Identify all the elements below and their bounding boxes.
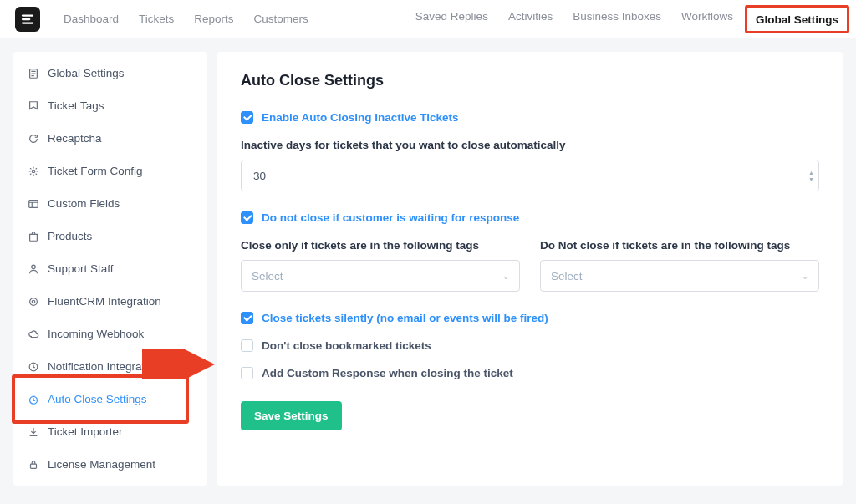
settings-doc-icon bbox=[27, 67, 39, 79]
highlight-nav: Global Settings bbox=[745, 5, 849, 33]
inactive-days-label: Inactive days for tickets that you want … bbox=[241, 139, 819, 151]
nav-dashboard[interactable]: Dashboard bbox=[64, 13, 119, 25]
sidebar-item-label: License Management bbox=[48, 458, 155, 471]
svg-point-4 bbox=[29, 298, 37, 305]
chevron-up-icon: ▲ bbox=[808, 170, 814, 176]
close-only-tags-select[interactable]: Select ⌄ bbox=[241, 260, 520, 292]
sidebar-item-label: Auto Close Settings bbox=[48, 393, 147, 405]
bag-icon bbox=[27, 230, 39, 242]
sidebar-item-custom-fields[interactable]: Custom Fields bbox=[13, 187, 207, 220]
number-stepper[interactable]: ▲ ▼ bbox=[808, 170, 814, 182]
nav-business-inboxes[interactable]: Business Inboxes bbox=[573, 10, 661, 28]
main-panel: Auto Close Settings Enable Auto Closing … bbox=[217, 52, 843, 486]
select-placeholder: Select bbox=[551, 270, 583, 283]
save-settings-button[interactable]: Save Settings bbox=[241, 401, 342, 430]
sidebar: Global Settings Ticket Tags Recaptcha Ti… bbox=[13, 52, 207, 486]
sidebar-item-ticket-tags[interactable]: Ticket Tags bbox=[13, 89, 207, 122]
sidebar-item-label: Support Staff bbox=[48, 262, 114, 275]
sidebar-item-label: Global Settings bbox=[48, 67, 125, 79]
lock-icon bbox=[27, 458, 39, 471]
sidebar-item-license[interactable]: License Management bbox=[13, 448, 207, 481]
nav-saved-replies[interactable]: Saved Replies bbox=[415, 10, 488, 28]
svg-point-3 bbox=[31, 265, 34, 268]
sidebar-item-label: Recaptcha bbox=[48, 132, 102, 145]
sidebar-item-label: Products bbox=[48, 230, 92, 242]
svg-point-5 bbox=[32, 300, 35, 303]
tag-icon bbox=[27, 99, 39, 112]
nav-reports[interactable]: Reports bbox=[194, 13, 233, 25]
nav-tickets[interactable]: Tickets bbox=[139, 13, 174, 25]
checkbox-dont-close-bookmarked[interactable] bbox=[241, 339, 253, 352]
logo[interactable] bbox=[15, 7, 40, 32]
nav-customers[interactable]: Customers bbox=[254, 13, 308, 25]
sidebar-item-ticket-form-config[interactable]: Ticket Form Config bbox=[13, 155, 207, 187]
sidebar-item-incoming-webhook[interactable]: Incoming Webhook bbox=[13, 318, 207, 350]
add-custom-response-label: Add Custom Response when closing the tic… bbox=[262, 367, 513, 379]
sidebar-item-auto-close[interactable]: Auto Close Settings bbox=[13, 383, 207, 415]
select-placeholder: Select bbox=[252, 270, 283, 283]
chevron-down-icon: ⌄ bbox=[802, 272, 808, 281]
checkbox-do-not-close-waiting[interactable] bbox=[241, 211, 253, 224]
top-nav: Dashboard Tickets Reports Customers Save… bbox=[0, 0, 856, 38]
nav-workflows[interactable]: Workflows bbox=[681, 10, 733, 28]
sidebar-item-label: FluentCRM Integration bbox=[48, 295, 161, 308]
download-icon bbox=[27, 425, 39, 438]
sidebar-item-label: Notification Integrations bbox=[48, 360, 166, 373]
list-icon bbox=[27, 197, 39, 210]
sidebar-item-support-staff[interactable]: Support Staff bbox=[13, 252, 207, 285]
nav-global-settings[interactable]: Global Settings bbox=[756, 13, 838, 26]
sidebar-item-label: Ticket Tags bbox=[48, 99, 104, 112]
do-not-close-waiting-label: Do not close if customer is waiting for … bbox=[262, 211, 519, 224]
cloud-icon bbox=[27, 328, 39, 340]
sidebar-item-fluentcrm[interactable]: FluentCRM Integration bbox=[13, 285, 207, 318]
gear-icon bbox=[27, 165, 39, 177]
checkbox-enable-auto-close[interactable] bbox=[241, 111, 253, 124]
checkbox-close-silently[interactable] bbox=[241, 312, 253, 324]
svg-rect-8 bbox=[30, 464, 36, 468]
sidebar-item-recaptcha[interactable]: Recaptcha bbox=[13, 122, 207, 155]
dont-close-bookmarked-label: Don't close bookmarked tickets bbox=[262, 339, 431, 352]
clock-icon bbox=[27, 393, 39, 405]
chevron-down-icon: ▼ bbox=[808, 176, 814, 182]
svg-rect-2 bbox=[28, 200, 38, 207]
user-icon bbox=[27, 262, 39, 275]
do-not-close-tags-select[interactable]: Select ⌄ bbox=[540, 260, 819, 292]
svg-point-1 bbox=[32, 170, 35, 173]
sidebar-item-notification-integrations[interactable]: Notification Integrations bbox=[13, 350, 207, 383]
sidebar-item-global-settings[interactable]: Global Settings bbox=[13, 57, 207, 89]
checkbox-add-custom-response[interactable] bbox=[241, 367, 253, 379]
enable-auto-close-label: Enable Auto Closing Inactive Tickets bbox=[262, 111, 459, 124]
sidebar-item-ticket-importer[interactable]: Ticket Importer bbox=[13, 415, 207, 448]
sidebar-item-products[interactable]: Products bbox=[13, 220, 207, 252]
page-title: Auto Close Settings bbox=[241, 72, 819, 89]
refresh-icon bbox=[27, 132, 39, 145]
chevron-down-icon: ⌄ bbox=[502, 272, 509, 281]
close-only-tags-label: Close only if tickets are in the followi… bbox=[241, 239, 520, 252]
sidebar-item-label: Ticket Importer bbox=[48, 425, 123, 438]
inactive-days-input[interactable] bbox=[241, 160, 819, 191]
bell-icon bbox=[27, 360, 39, 373]
circle-icon bbox=[27, 295, 39, 308]
sidebar-item-label: Incoming Webhook bbox=[48, 328, 144, 340]
sidebar-item-label: Ticket Form Config bbox=[48, 165, 143, 177]
nav-activities[interactable]: Activities bbox=[508, 10, 553, 28]
do-not-close-tags-label: Do Not close if tickets are in the follo… bbox=[540, 239, 819, 252]
close-silently-label: Close tickets silently (no email or even… bbox=[262, 312, 548, 324]
sidebar-item-label: Custom Fields bbox=[48, 197, 120, 210]
